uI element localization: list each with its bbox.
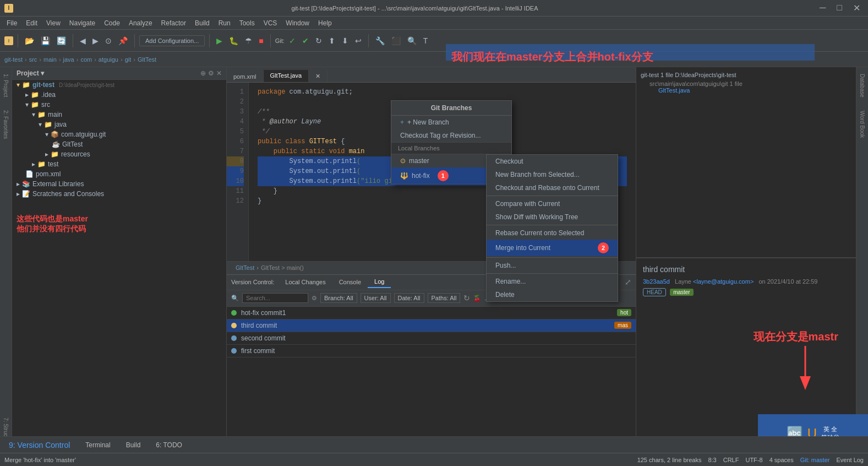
vc-version-control-tab[interactable]: 9: Version Control bbox=[4, 441, 74, 449]
menu-vcs[interactable]: VCS bbox=[259, 18, 282, 28]
menu-run[interactable]: Run bbox=[214, 18, 235, 28]
menu-tools[interactable]: Tools bbox=[235, 18, 259, 28]
statusbar-event-log[interactable]: Event Log bbox=[836, 457, 864, 463]
menu-help[interactable]: Help bbox=[314, 18, 336, 28]
commit-row-second[interactable]: second commit bbox=[227, 332, 636, 345]
vc-refresh-icon[interactable]: ↻ bbox=[463, 294, 470, 302]
project-side-btn[interactable]: 1: Project bbox=[2, 69, 10, 101]
sidebar-item-test[interactable]: ▸ 📁 test bbox=[12, 159, 226, 169]
menu-view[interactable]: View bbox=[42, 18, 65, 28]
sidebar-close-icon[interactable]: ✕ bbox=[216, 69, 222, 77]
commit-row-third[interactable]: third commit mas bbox=[227, 319, 636, 332]
sidebar-item-glttest[interactable]: ☕ GltTest bbox=[12, 139, 226, 149]
toolbar-translate-btn[interactable]: T bbox=[421, 34, 430, 47]
cm-compare-current[interactable]: Compare with Current bbox=[487, 197, 618, 210]
cm-rebase-current[interactable]: Rebase Current onto Selected bbox=[487, 226, 618, 240]
vc-user-filter[interactable]: User: All bbox=[361, 293, 391, 303]
breadcrumb-src[interactable]: src bbox=[29, 56, 37, 63]
breadcrumb-git[interactable]: git bbox=[125, 56, 132, 63]
breadcrumb-java[interactable]: java bbox=[63, 56, 74, 63]
breadcrumb-glttest[interactable]: GltTest bbox=[138, 56, 156, 63]
toolbar-bookmark-btn[interactable]: 📌 bbox=[116, 34, 130, 47]
commit-row-hotfix[interactable]: hot-fix commit1 hot bbox=[227, 307, 636, 319]
vc-cherry-pick-icon[interactable]: 🍒 bbox=[473, 295, 481, 302]
toolbar-stop-btn[interactable]: ■ bbox=[256, 34, 265, 47]
vc-paths-filter[interactable]: Paths: All bbox=[428, 293, 461, 303]
menu-refactor[interactable]: Refactor bbox=[157, 18, 190, 28]
vc-build-tab[interactable]: Build bbox=[122, 441, 145, 449]
menu-edit[interactable]: Edit bbox=[21, 18, 42, 28]
commit-row-first[interactable]: first commit bbox=[227, 345, 636, 357]
git-update-icon[interactable]: ↻ bbox=[313, 34, 324, 47]
toolbar-forward-btn[interactable]: ▶ bbox=[90, 34, 101, 47]
vc-search-input[interactable] bbox=[242, 293, 308, 303]
git-check-icon[interactable]: ✓ bbox=[287, 34, 298, 47]
toolbar-sync-btn[interactable]: 🔄 bbox=[54, 34, 68, 47]
vc-tab-log[interactable]: Log bbox=[368, 276, 391, 288]
cm-checkout[interactable]: Checkout bbox=[487, 155, 618, 168]
toolbar-search-btn[interactable]: 🔍 bbox=[405, 34, 419, 47]
tab-glttest-java[interactable]: GltTest.java bbox=[264, 70, 309, 82]
sidebar-item-pom[interactable]: 📄 pom.xml bbox=[12, 169, 226, 179]
menu-analyze[interactable]: Analyze bbox=[124, 18, 157, 28]
tab-close-btn[interactable]: ✕ bbox=[309, 71, 327, 82]
toolbar-run-btn[interactable]: ▶ bbox=[214, 34, 225, 47]
vc-date-filter[interactable]: Date: All bbox=[394, 293, 424, 303]
sidebar-item-resources[interactable]: ▸ 📁 resources bbox=[12, 149, 226, 159]
sidebar-item-idea[interactable]: ▸ 📁 .idea bbox=[12, 90, 226, 100]
sidebar-item-main[interactable]: ▾ 📁 main bbox=[12, 110, 226, 120]
sidebar-item-package[interactable]: ▾ 📦 com.atguigu.git bbox=[12, 129, 226, 139]
breadcrumb-atguigu[interactable]: atguigu bbox=[99, 56, 118, 63]
cm-delete[interactable]: Delete bbox=[487, 288, 618, 301]
git-tick-icon[interactable]: ✔ bbox=[300, 34, 311, 47]
git-revert-icon[interactable]: ↩ bbox=[353, 34, 364, 47]
menu-code[interactable]: Code bbox=[100, 18, 124, 28]
toolbar-open-btn[interactable]: 📂 bbox=[23, 34, 36, 47]
sidebar-settings-icon[interactable]: ⚙ bbox=[208, 69, 214, 77]
toolbar-coverage-btn[interactable]: ☂ bbox=[243, 34, 254, 47]
cm-show-diff[interactable]: Show Diff with Working Tree bbox=[487, 210, 618, 224]
breadcrumb-git-test[interactable]: git-test bbox=[4, 56, 23, 63]
vc-terminal-tab[interactable]: Terminal bbox=[81, 441, 114, 449]
vc-branch-filter[interactable]: Branch: All bbox=[320, 293, 357, 303]
close-btn[interactable]: ✕ bbox=[850, 3, 864, 13]
statusbar-git-branch[interactable]: Git: master bbox=[800, 457, 830, 463]
cm-rename[interactable]: Rename... bbox=[487, 275, 618, 288]
new-branch-item[interactable]: + + New Branch bbox=[391, 116, 511, 129]
toolbar-recent-btn[interactable]: ⊙ bbox=[103, 34, 114, 47]
right-file-name[interactable]: GltTest.java bbox=[641, 87, 851, 94]
menu-build[interactable]: Build bbox=[190, 18, 214, 28]
vc-todo-tab[interactable]: 6: TODO bbox=[151, 441, 187, 449]
vc-tab-console[interactable]: Console bbox=[332, 277, 368, 288]
toolbar-debug-btn[interactable]: 🐛 bbox=[227, 34, 241, 47]
git-fetch-icon[interactable]: ⬇ bbox=[340, 34, 351, 47]
minimize-btn[interactable]: ─ bbox=[816, 3, 829, 13]
menu-file[interactable]: File bbox=[2, 18, 21, 28]
tab-pom-xml[interactable]: pom.xml bbox=[227, 71, 264, 82]
sidebar-sync-icon[interactable]: ⊕ bbox=[200, 69, 206, 77]
breadcrumb-main[interactable]: main bbox=[43, 56, 57, 63]
database-side-btn[interactable]: Database bbox=[858, 69, 866, 102]
git-push-icon[interactable]: ⬆ bbox=[326, 34, 337, 47]
cm-new-branch-from[interactable]: New Branch from Selected... bbox=[487, 168, 618, 181]
sidebar-item-scratches[interactable]: ▸ 📝 Scratches and Consoles bbox=[12, 189, 226, 199]
window-controls[interactable]: ─ □ ✕ bbox=[816, 3, 864, 13]
checkout-tag-item[interactable]: Checkout Tag or Revision... bbox=[391, 129, 511, 142]
sidebar-item-src[interactable]: ▾ 📁 src bbox=[12, 100, 226, 110]
breadcrumb-com[interactable]: com bbox=[80, 56, 92, 63]
sidebar-item-java[interactable]: ▾ 📁 java bbox=[12, 120, 226, 129]
toolbar-save-btn[interactable]: 💾 bbox=[39, 34, 52, 47]
sidebar-item-external[interactable]: ▸ 📚 External Libraries bbox=[12, 179, 226, 189]
toolbar-settings-btn[interactable]: 🔧 bbox=[373, 34, 387, 47]
toolbar-back-btn[interactable]: ◀ bbox=[78, 34, 88, 47]
maximize-btn[interactable]: □ bbox=[833, 3, 845, 13]
vc-tab-local-changes[interactable]: Local Changes bbox=[279, 277, 332, 288]
menu-window[interactable]: Window bbox=[281, 18, 314, 28]
cm-push[interactable]: Push... bbox=[487, 259, 618, 272]
sidebar-item-git-test[interactable]: ▾ 📁 git-test D:\IdeaProjects\git-test bbox=[12, 80, 226, 90]
menu-navigate[interactable]: Navigate bbox=[65, 18, 100, 28]
cm-checkout-rebase[interactable]: Checkout and Rebase onto Current bbox=[487, 181, 618, 194]
favorites-side-btn[interactable]: 2: Favorites bbox=[2, 106, 10, 143]
wordbook-side-btn[interactable]: Word Book bbox=[858, 106, 866, 142]
cm-merge-current[interactable]: Merge into Current 2 bbox=[487, 240, 618, 256]
